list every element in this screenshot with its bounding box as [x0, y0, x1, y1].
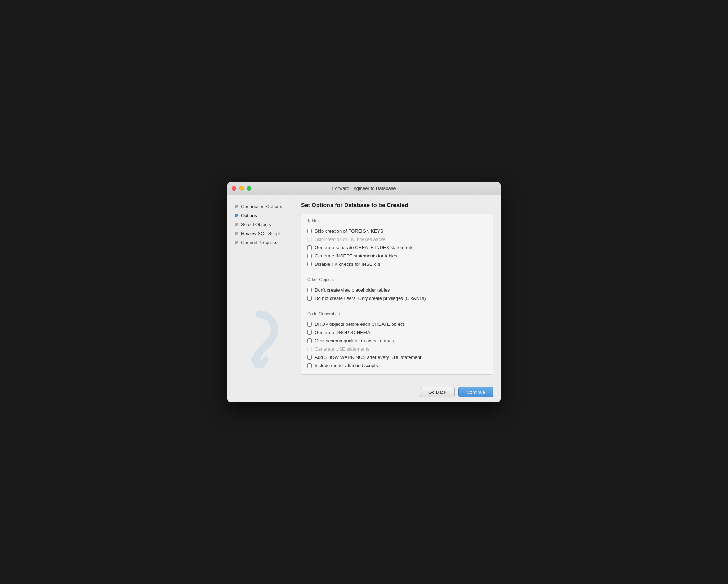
sidebar-item-options[interactable]: Options [235, 211, 301, 220]
nav-dot-select-objects [235, 223, 238, 226]
maximize-button[interactable] [247, 186, 251, 191]
sidebar-label-select-objects: Select Objects [241, 222, 271, 227]
sidebar-label-review-sql-script: Review SQL Script [241, 231, 280, 236]
checkbox-no-create-users-label[interactable]: Do not create users. Only create privile… [315, 296, 426, 301]
window: Forward Engineer to Database Connection … [227, 182, 501, 402]
checkbox-generate-drop-schema-label[interactable]: Generate DROP SCHEMA [315, 330, 370, 335]
checkbox-skip-fk-input[interactable] [307, 229, 312, 233]
checkbox-no-create-users: Do not create users. Only create privile… [307, 294, 487, 302]
nav-dot-options [235, 214, 238, 217]
checkbox-drop-before-create: DROP objects before each CREATE object [307, 320, 487, 328]
checkbox-separate-index-input[interactable] [307, 245, 312, 250]
minimize-button[interactable] [239, 186, 244, 191]
checkbox-separate-index-label[interactable]: Generate separate CREATE INDEX statement… [315, 245, 413, 250]
sidebar-label-commit-progress: Commit Progress [241, 240, 277, 245]
checkbox-no-create-users-input[interactable] [307, 296, 312, 301]
checkbox-omit-schema-qualifier-label[interactable]: Omit schema qualifier in object names [315, 338, 394, 343]
checkbox-include-model-scripts: Include model attached scripts [307, 361, 487, 370]
sidebar-item-commit-progress[interactable]: Commit Progress [235, 238, 301, 247]
checkbox-no-view-placeholder-input[interactable] [307, 288, 312, 292]
code-generation-section-title: Code Generation [307, 311, 487, 316]
checkbox-skip-fk-indexes: Skip creation of FK Indexes as well [307, 235, 487, 243]
checkbox-show-warnings-label[interactable]: Add SHOW WARNINGS after every DDL statem… [315, 355, 422, 360]
checkbox-skip-fk-indexes-input [307, 237, 312, 242]
checkbox-show-warnings-input[interactable] [307, 355, 312, 360]
sidebar-item-review-sql-script[interactable]: Review SQL Script [235, 229, 301, 238]
checkbox-include-model-scripts-input[interactable] [307, 363, 312, 368]
watermark-icon [231, 310, 288, 368]
nav-dot-review-sql [235, 232, 238, 235]
checkbox-generate-drop-schema-input[interactable] [307, 330, 312, 335]
page-title: Set Options for Database to be Created [301, 202, 493, 209]
continue-button[interactable]: Continue [458, 387, 493, 397]
sidebar-item-connection-options[interactable]: Connection Options [235, 202, 301, 211]
sidebar: Connection Options Options Select Object… [235, 202, 301, 375]
checkbox-insert-statements-label[interactable]: Generate INSERT statements for tables [315, 253, 397, 259]
checkbox-disable-fk-checks-input[interactable] [307, 262, 312, 266]
nav-dot-commit-progress [235, 241, 238, 244]
close-button[interactable] [232, 186, 236, 191]
options-box: Tables Skip creation of FOREIGN KEYS Ski… [301, 214, 493, 375]
window-title: Forward Engineer to Database [332, 186, 396, 191]
checkbox-skip-fk: Skip creation of FOREIGN KEYS [307, 227, 487, 235]
checkbox-skip-fk-indexes-label: Skip creation of FK Indexes as well [315, 237, 387, 242]
nav-dot-connection-options [235, 205, 238, 208]
tables-section-title: Tables [307, 218, 487, 223]
checkbox-disable-fk-checks: Disable FK checks for INSERTs [307, 260, 487, 268]
checkbox-no-view-placeholder-label[interactable]: Don't create view placeholder tables [315, 287, 390, 293]
other-objects-section-title: Other Objects [307, 277, 487, 282]
titlebar: Forward Engineer to Database [227, 182, 501, 195]
checkbox-disable-fk-checks-label[interactable]: Disable FK checks for INSERTs [315, 261, 381, 267]
checkbox-omit-schema-qualifier: Omit schema qualifier in object names [307, 337, 487, 345]
checkbox-include-model-scripts-label[interactable]: Include model attached scripts [315, 363, 378, 368]
checkbox-omit-schema-qualifier-input[interactable] [307, 338, 312, 343]
sidebar-label-connection-options: Connection Options [241, 204, 282, 209]
checkbox-generate-use-label: Generate USE statements [315, 346, 369, 352]
checkbox-no-view-placeholder: Don't create view placeholder tables [307, 286, 487, 294]
checkbox-drop-before-create-input[interactable] [307, 322, 312, 327]
go-back-button[interactable]: Go Back [420, 387, 455, 397]
content-area: Connection Options Options Select Object… [227, 195, 501, 382]
checkbox-show-warnings: Add SHOW WARNINGS after every DDL statem… [307, 353, 487, 361]
checkbox-skip-fk-label[interactable]: Skip creation of FOREIGN KEYS [315, 228, 383, 234]
checkbox-generate-use: Generate USE statements [307, 345, 487, 353]
main-panel: Set Options for Database to be Created T… [301, 202, 493, 375]
sidebar-item-select-objects[interactable]: Select Objects [235, 220, 301, 229]
footer: Go Back Continue [227, 382, 501, 402]
checkbox-insert-statements: Generate INSERT statements for tables [307, 252, 487, 260]
tables-section: Tables Skip creation of FOREIGN KEYS Ski… [301, 214, 493, 273]
checkbox-separate-index: Generate separate CREATE INDEX statement… [307, 243, 487, 252]
traffic-lights [232, 186, 251, 191]
checkbox-drop-before-create-label[interactable]: DROP objects before each CREATE object [315, 321, 404, 327]
checkbox-insert-statements-input[interactable] [307, 254, 312, 258]
code-generation-section: Code Generation DROP objects before each… [301, 307, 493, 374]
checkbox-generate-use-input [307, 347, 312, 351]
checkbox-generate-drop-schema: Generate DROP SCHEMA [307, 328, 487, 337]
other-objects-section: Other Objects Don't create view placehol… [301, 273, 493, 307]
sidebar-label-options: Options [241, 213, 257, 218]
